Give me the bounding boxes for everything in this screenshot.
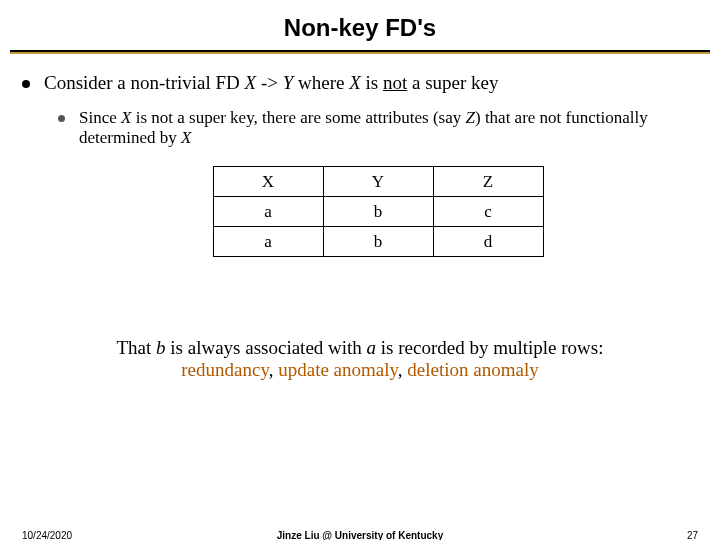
- table-row: a b d: [213, 227, 543, 257]
- page-title: Non-key FD's: [0, 0, 720, 50]
- table-row: X Y Z: [213, 167, 543, 197]
- table-header: X: [213, 167, 323, 197]
- bullet-icon: [22, 80, 30, 88]
- title-underline: [10, 50, 710, 54]
- table-row: a b c: [213, 197, 543, 227]
- bullet-icon: [58, 115, 65, 122]
- bullet-text-1: Consider a non-trivial FD X -> Y where X…: [44, 72, 499, 94]
- bullet-text-2: Since X is not a super key, there are so…: [79, 108, 698, 148]
- bullet-item-1: Consider a non-trivial FD X -> Y where X…: [22, 72, 698, 94]
- table-header: Y: [323, 167, 433, 197]
- footer-date: 10/24/2020: [22, 530, 72, 540]
- footer-page: 27: [687, 530, 698, 540]
- table-cell: a: [213, 197, 323, 227]
- fd-table: X Y Z a b c a b d: [213, 166, 544, 257]
- table-header: Z: [433, 167, 543, 197]
- table-cell: b: [323, 197, 433, 227]
- table-cell: b: [323, 227, 433, 257]
- bullet-item-2: Since X is not a super key, there are so…: [58, 108, 698, 148]
- table-cell: d: [433, 227, 543, 257]
- slide-content: Consider a non-trivial FD X -> Y where X…: [0, 72, 720, 257]
- footer-credit: Jinze Liu @ University of Kentucky: [277, 530, 443, 540]
- table-cell: a: [213, 227, 323, 257]
- table-cell: c: [433, 197, 543, 227]
- closing-text: That b is always associated with a is re…: [0, 337, 720, 381]
- sub-bullet-wrap: Since X is not a super key, there are so…: [58, 108, 698, 257]
